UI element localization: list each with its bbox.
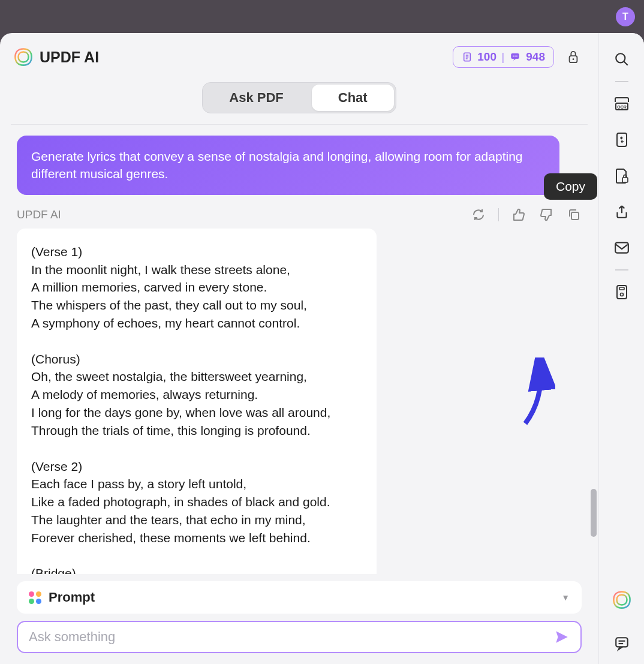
comments-button[interactable] [613, 635, 630, 652]
mail-button[interactable] [613, 239, 630, 256]
lock-icon [567, 49, 580, 65]
share-icon [614, 204, 630, 220]
ai-response-text: (Verse 1) In the moonlit night, I walk t… [17, 229, 377, 574]
svg-rect-10 [571, 212, 579, 220]
user-avatar[interactable]: T [616, 7, 635, 26]
tab-chat[interactable]: Chat [312, 85, 394, 111]
svg-text:OCR: OCR [617, 105, 627, 109]
svg-rect-16 [622, 178, 628, 182]
send-button[interactable] [554, 629, 570, 645]
file-lock-icon [615, 167, 629, 184]
search-button[interactable] [613, 51, 630, 68]
ocr-icon: OCR [613, 96, 630, 112]
rail-separator [615, 81, 628, 82]
prompt-bar[interactable]: Prompt ▼ [17, 581, 582, 614]
document-icon [462, 52, 473, 62]
prompt-dots-icon [29, 591, 41, 604]
pages-count: 100 [477, 50, 496, 64]
ocr-button[interactable]: OCR [613, 95, 630, 112]
svg-point-9 [573, 58, 574, 60]
chat-bubble-icon [509, 52, 521, 62]
updf-logo-icon [612, 590, 632, 610]
protect-button[interactable] [613, 167, 630, 184]
user-message-text: Generate lyrics that convey a sense of n… [31, 149, 523, 181]
chat-input[interactable] [29, 629, 554, 645]
bottom-area: Prompt ▼ [0, 574, 598, 664]
thumbs-down-button[interactable] [538, 207, 554, 223]
svg-point-5 [513, 56, 514, 57]
mail-icon [614, 241, 630, 254]
svg-rect-21 [616, 638, 628, 647]
user-message-bubble: Generate lyrics that convey a sense of n… [17, 136, 559, 195]
right-rail: OCR [599, 33, 644, 664]
avatar-initial: T [622, 11, 628, 22]
action-separator [498, 208, 499, 221]
credits-badge[interactable]: 100 | 948 [453, 46, 554, 68]
input-row [17, 621, 582, 653]
app-title: UPDF AI [40, 49, 99, 66]
tab-group: Ask PDF Chat [202, 82, 396, 113]
save-button[interactable] [613, 284, 630, 301]
annotation-arrow-icon [513, 357, 555, 429]
badge-separator: | [501, 50, 504, 64]
app-logo: UPDF AI [13, 47, 99, 67]
svg-line-12 [624, 61, 628, 65]
prompt-label: Prompt [49, 590, 554, 605]
tabs-row: Ask PDF Chat [0, 76, 598, 124]
svg-point-11 [616, 53, 625, 62]
search-icon [614, 52, 630, 67]
thumbs-up-button[interactable] [511, 207, 526, 223]
copy-button[interactable] [566, 207, 582, 223]
comment-icon [614, 636, 630, 651]
refresh-icon [471, 208, 486, 222]
tab-ask-pdf[interactable]: Ask PDF [203, 83, 309, 113]
svg-rect-17 [615, 242, 628, 253]
regenerate-button[interactable] [471, 207, 486, 223]
rail-separator [615, 269, 628, 271]
ai-meta-row: UPDF AI Copy [17, 207, 582, 223]
convert-button[interactable] [613, 131, 630, 148]
svg-point-19 [620, 293, 623, 296]
thumbs-up-icon [511, 208, 526, 222]
send-icon [554, 629, 570, 645]
svg-rect-15 [617, 133, 627, 146]
thumbs-down-icon [539, 208, 553, 222]
svg-point-7 [516, 56, 517, 57]
lock-button[interactable] [565, 49, 582, 65]
scrollbar-thumb[interactable] [591, 489, 597, 537]
copy-tooltip: Copy [544, 173, 597, 200]
convert-icon [615, 131, 629, 148]
svg-point-6 [514, 56, 516, 57]
divider [11, 124, 588, 125]
svg-rect-20 [619, 287, 624, 290]
chevron-down-icon: ▼ [561, 593, 570, 602]
main-panel: UPDF AI 100 | 948 Ask PDF Chat Ge [0, 33, 599, 664]
save-file-icon [615, 284, 629, 301]
tokens-count: 948 [526, 50, 545, 64]
ai-sender-label: UPDF AI [17, 208, 61, 221]
share-button[interactable] [613, 203, 630, 220]
message-actions: Copy [471, 207, 582, 223]
chat-area[interactable]: Generate lyrics that convey a sense of n… [0, 136, 598, 574]
updf-logo-icon [13, 47, 34, 67]
updf-rail-logo[interactable] [612, 590, 632, 610]
copy-icon [567, 208, 581, 222]
title-bar: T [0, 0, 644, 33]
header-row: UPDF AI 100 | 948 [0, 33, 598, 76]
app-shell: UPDF AI 100 | 948 Ask PDF Chat Ge [0, 33, 644, 664]
